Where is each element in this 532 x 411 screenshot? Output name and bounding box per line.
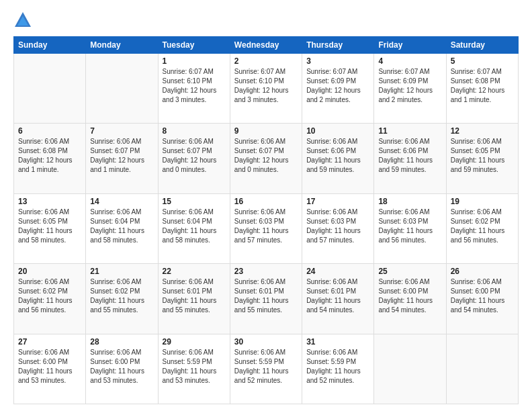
calendar-cell: 4Sunrise: 6:07 AMSunset: 6:09 PMDaylight… [374, 54, 446, 124]
day-info: Sunrise: 6:06 AMSunset: 6:03 PMDaylight:… [378, 208, 441, 245]
weekday-header: Monday [86, 37, 158, 54]
day-info: Sunrise: 6:06 AMSunset: 6:01 PMDaylight:… [234, 277, 298, 315]
day-info: Sunrise: 6:06 AMSunset: 6:00 PMDaylight:… [18, 348, 81, 385]
weekday-header: Sunday [14, 37, 86, 54]
calendar-cell: 27Sunrise: 6:06 AMSunset: 6:00 PMDayligh… [14, 334, 86, 404]
day-number: 27 [18, 337, 81, 347]
day-number: 5 [451, 56, 514, 66]
calendar-header-row: SundayMondayTuesdayWednesdayThursdayFrid… [14, 37, 519, 54]
calendar-cell: 6Sunrise: 6:06 AMSunset: 6:08 PMDaylight… [14, 124, 86, 193]
day-info: Sunrise: 6:06 AMSunset: 6:02 PMDaylight:… [18, 277, 81, 315]
day-number: 4 [378, 56, 441, 66]
calendar-cell: 25Sunrise: 6:06 AMSunset: 6:00 PMDayligh… [374, 264, 446, 334]
day-number: 14 [90, 197, 153, 206]
day-number: 28 [90, 337, 153, 347]
day-info: Sunrise: 6:07 AMSunset: 6:08 PMDaylight:… [451, 67, 514, 105]
calendar-cell: 2Sunrise: 6:07 AMSunset: 6:10 PMDaylight… [230, 54, 302, 124]
calendar-cell: 7Sunrise: 6:06 AMSunset: 6:07 PMDaylight… [86, 124, 158, 193]
day-number: 18 [378, 197, 441, 206]
day-number: 22 [163, 267, 226, 276]
logo-icon [13, 11, 32, 30]
day-info: Sunrise: 6:06 AMSunset: 6:03 PMDaylight:… [234, 208, 298, 245]
day-info: Sunrise: 6:07 AMSunset: 6:09 PMDaylight:… [306, 67, 369, 105]
calendar-cell [14, 54, 86, 124]
day-number: 17 [306, 197, 369, 206]
day-number: 30 [234, 337, 298, 347]
day-number: 13 [18, 197, 81, 206]
day-info: Sunrise: 6:07 AMSunset: 6:10 PMDaylight:… [163, 67, 226, 105]
weekday-header: Thursday [302, 37, 374, 54]
day-number: 29 [163, 337, 226, 347]
day-number: 11 [378, 126, 441, 136]
day-number: 7 [90, 126, 153, 136]
calendar-cell: 31Sunrise: 6:06 AMSunset: 5:59 PMDayligh… [302, 334, 374, 404]
calendar-week-row: 20Sunrise: 6:06 AMSunset: 6:02 PMDayligh… [14, 264, 519, 334]
day-info: Sunrise: 6:06 AMSunset: 6:05 PMDaylight:… [18, 208, 81, 245]
calendar-cell: 28Sunrise: 6:06 AMSunset: 6:00 PMDayligh… [86, 334, 158, 404]
day-number: 21 [90, 267, 153, 276]
calendar-cell: 29Sunrise: 6:06 AMSunset: 5:59 PMDayligh… [158, 334, 230, 404]
day-info: Sunrise: 6:06 AMSunset: 6:05 PMDaylight:… [451, 137, 514, 175]
day-info: Sunrise: 6:06 AMSunset: 6:02 PMDaylight:… [451, 208, 514, 245]
calendar-cell: 17Sunrise: 6:06 AMSunset: 6:03 PMDayligh… [302, 193, 374, 263]
calendar-week-row: 6Sunrise: 6:06 AMSunset: 6:08 PMDaylight… [14, 124, 519, 193]
day-info: Sunrise: 6:06 AMSunset: 6:03 PMDaylight:… [306, 208, 369, 245]
day-info: Sunrise: 6:06 AMSunset: 5:59 PMDaylight:… [306, 348, 369, 385]
calendar-cell: 10Sunrise: 6:06 AMSunset: 6:06 PMDayligh… [302, 124, 374, 193]
day-number: 23 [234, 267, 298, 276]
calendar-cell: 1Sunrise: 6:07 AMSunset: 6:10 PMDaylight… [158, 54, 230, 124]
calendar-cell: 8Sunrise: 6:06 AMSunset: 6:07 PMDaylight… [158, 124, 230, 193]
day-info: Sunrise: 6:06 AMSunset: 6:04 PMDaylight:… [90, 208, 153, 245]
calendar-table: SundayMondayTuesdayWednesdayThursdayFrid… [13, 36, 519, 404]
day-info: Sunrise: 6:06 AMSunset: 6:00 PMDaylight:… [451, 277, 514, 315]
day-info: Sunrise: 6:06 AMSunset: 6:06 PMDaylight:… [306, 137, 369, 175]
day-info: Sunrise: 6:06 AMSunset: 6:02 PMDaylight:… [90, 277, 153, 315]
day-info: Sunrise: 6:06 AMSunset: 5:59 PMDaylight:… [163, 348, 226, 385]
calendar-cell: 11Sunrise: 6:06 AMSunset: 6:06 PMDayligh… [374, 124, 446, 193]
day-number: 16 [234, 197, 298, 206]
calendar-cell: 16Sunrise: 6:06 AMSunset: 6:03 PMDayligh… [230, 193, 302, 263]
day-number: 15 [163, 197, 226, 206]
day-number: 8 [163, 126, 226, 136]
calendar-cell: 23Sunrise: 6:06 AMSunset: 6:01 PMDayligh… [230, 264, 302, 334]
calendar-cell: 22Sunrise: 6:06 AMSunset: 6:01 PMDayligh… [158, 264, 230, 334]
calendar-cell: 24Sunrise: 6:06 AMSunset: 6:01 PMDayligh… [302, 264, 374, 334]
calendar-cell: 20Sunrise: 6:06 AMSunset: 6:02 PMDayligh… [14, 264, 86, 334]
day-info: Sunrise: 6:06 AMSunset: 6:00 PMDaylight:… [378, 277, 441, 315]
calendar-cell: 9Sunrise: 6:06 AMSunset: 6:07 PMDaylight… [230, 124, 302, 193]
weekday-header: Saturday [446, 37, 518, 54]
day-number: 12 [451, 126, 514, 136]
calendar-week-row: 1Sunrise: 6:07 AMSunset: 6:10 PMDaylight… [14, 54, 519, 124]
calendar-cell: 30Sunrise: 6:06 AMSunset: 5:59 PMDayligh… [230, 334, 302, 404]
day-number: 2 [234, 56, 298, 66]
day-info: Sunrise: 6:06 AMSunset: 6:01 PMDaylight:… [163, 277, 226, 315]
day-number: 24 [306, 267, 369, 276]
weekday-header: Wednesday [230, 37, 302, 54]
calendar-cell: 19Sunrise: 6:06 AMSunset: 6:02 PMDayligh… [446, 193, 518, 263]
day-number: 9 [234, 126, 298, 136]
day-number: 10 [306, 126, 369, 136]
calendar-cell: 5Sunrise: 6:07 AMSunset: 6:08 PMDaylight… [446, 54, 518, 124]
calendar-cell [446, 334, 518, 404]
day-number: 6 [18, 126, 81, 136]
page: SundayMondayTuesdayWednesdayThursdayFrid… [0, 0, 532, 411]
calendar-cell: 21Sunrise: 6:06 AMSunset: 6:02 PMDayligh… [86, 264, 158, 334]
day-number: 1 [163, 56, 226, 66]
header [13, 11, 519, 30]
day-info: Sunrise: 6:06 AMSunset: 6:00 PMDaylight:… [90, 348, 153, 385]
day-info: Sunrise: 6:06 AMSunset: 6:04 PMDaylight:… [163, 208, 226, 245]
calendar-week-row: 27Sunrise: 6:06 AMSunset: 6:00 PMDayligh… [14, 334, 519, 404]
calendar-cell: 14Sunrise: 6:06 AMSunset: 6:04 PMDayligh… [86, 193, 158, 263]
day-number: 25 [378, 267, 441, 276]
calendar-week-row: 13Sunrise: 6:06 AMSunset: 6:05 PMDayligh… [14, 193, 519, 263]
calendar-cell: 26Sunrise: 6:06 AMSunset: 6:00 PMDayligh… [446, 264, 518, 334]
day-info: Sunrise: 6:06 AMSunset: 6:07 PMDaylight:… [234, 137, 298, 175]
day-info: Sunrise: 6:07 AMSunset: 6:10 PMDaylight:… [234, 67, 298, 105]
day-info: Sunrise: 6:06 AMSunset: 6:01 PMDaylight:… [306, 277, 369, 315]
weekday-header: Friday [374, 37, 446, 54]
day-info: Sunrise: 6:06 AMSunset: 6:06 PMDaylight:… [378, 137, 441, 175]
day-number: 3 [306, 56, 369, 66]
calendar-cell: 12Sunrise: 6:06 AMSunset: 6:05 PMDayligh… [446, 124, 518, 193]
weekday-header: Tuesday [158, 37, 230, 54]
day-info: Sunrise: 6:07 AMSunset: 6:09 PMDaylight:… [378, 67, 441, 105]
